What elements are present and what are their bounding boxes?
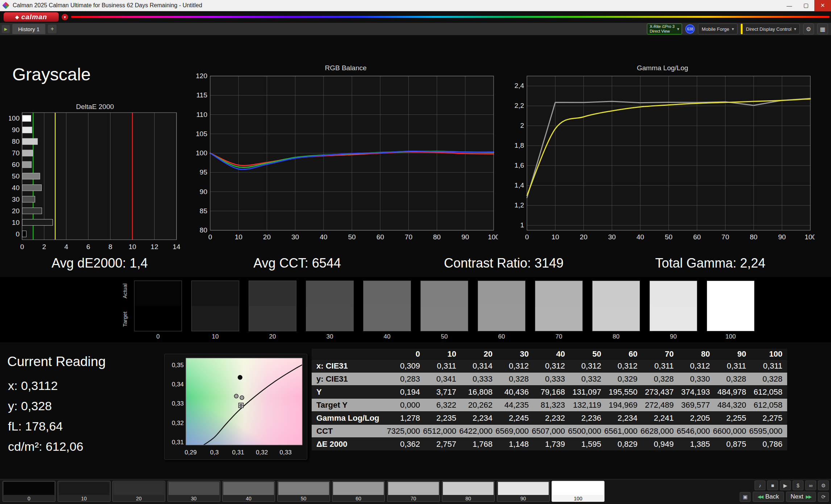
next-button[interactable]: Next ▶▶ bbox=[786, 492, 816, 502]
svg-text:110: 110 bbox=[196, 111, 207, 118]
stop-button[interactable]: ■ bbox=[767, 480, 778, 490]
display-control-label: Direct Display Control bbox=[746, 26, 791, 32]
add-tab-button[interactable]: + bbox=[48, 25, 57, 33]
pattern-step-button-50[interactable]: 50 bbox=[277, 481, 330, 502]
pattern-step-label: 40 bbox=[223, 496, 274, 501]
current-reading-cdm2: cd/m²: 612,06 bbox=[8, 440, 83, 454]
history-prev-button[interactable]: ▶ bbox=[2, 25, 10, 33]
table-cell: 0,311 bbox=[715, 360, 751, 372]
table-cell: 6500,000 bbox=[570, 425, 606, 437]
svg-text:20: 20 bbox=[12, 207, 20, 215]
pattern-step-button-70[interactable]: 70 bbox=[387, 481, 440, 502]
table-cell: 272,489 bbox=[642, 399, 678, 411]
grayscale-swatch: 50 bbox=[420, 281, 468, 340]
table-cell: 2,757 bbox=[425, 438, 461, 450]
deltae-bar-60 bbox=[22, 161, 32, 168]
table-row-label: CCT bbox=[312, 425, 389, 437]
pattern-step-button-0[interactable]: 0 bbox=[3, 481, 55, 502]
svg-text:0: 0 bbox=[525, 233, 529, 241]
table-row-label: Gamma Log/Log bbox=[312, 412, 389, 424]
close-button[interactable]: ✕ bbox=[814, 0, 831, 11]
table-row: y: CIE310,2830,3410,3330,3280,3330,3320,… bbox=[312, 373, 787, 386]
coin-button[interactable]: $ bbox=[793, 480, 803, 490]
table-header-cell: 0 bbox=[389, 349, 425, 359]
deltae-bar-90 bbox=[22, 127, 32, 133]
volume-button[interactable]: ♪ bbox=[755, 480, 765, 490]
minimize-button[interactable]: — bbox=[781, 0, 798, 11]
main-menu-button[interactable]: ▾ bbox=[62, 14, 68, 20]
pattern-step-label: 60 bbox=[333, 496, 384, 501]
tab-bar: ▶ History 1 + X-Rite i1Pro 3 Direct View… bbox=[0, 23, 831, 35]
svg-text:2,2: 2,2 bbox=[515, 102, 524, 109]
pattern-step-swatch bbox=[4, 482, 54, 495]
maximize-button[interactable]: ▢ bbox=[798, 0, 814, 11]
svg-text:0,32: 0,32 bbox=[256, 449, 268, 456]
swatch-label: 100 bbox=[707, 333, 755, 340]
display-control-select[interactable]: Direct Display Control ▾ bbox=[741, 24, 800, 34]
pattern-step-label: 50 bbox=[278, 496, 329, 501]
pattern-source-select[interactable]: Mobile Forge ▾ bbox=[698, 24, 737, 34]
reading-marker bbox=[240, 396, 244, 400]
back-button[interactable]: ◀◀ Back bbox=[753, 492, 784, 502]
refresh-button[interactable]: ⟳ bbox=[818, 492, 829, 502]
svg-text:60: 60 bbox=[693, 233, 701, 241]
play-button[interactable]: ▶ bbox=[780, 480, 791, 490]
svg-text:100: 100 bbox=[196, 149, 207, 157]
svg-text:100: 100 bbox=[805, 233, 815, 241]
table-cell: 20,262 bbox=[461, 399, 497, 411]
calman-logo[interactable]: ◆ calman bbox=[4, 12, 59, 22]
pattern-step-label: 30 bbox=[169, 496, 219, 501]
svg-text:70: 70 bbox=[722, 233, 729, 241]
pattern-window-button[interactable]: ▣ bbox=[740, 492, 751, 502]
table-cell: 0,000 bbox=[389, 399, 425, 411]
pattern-step-button-100[interactable]: 100 bbox=[552, 481, 604, 502]
svg-text:10: 10 bbox=[235, 233, 242, 241]
tab-history-1[interactable]: History 1 bbox=[12, 24, 45, 34]
deltae-chart-title: DeltaE 2000 bbox=[9, 102, 181, 111]
meter-select[interactable]: X-Rite i1Pro 3 Direct View ▾ bbox=[647, 24, 682, 34]
rgb-balance-chart: 8085909510010511011512001020304050607080… bbox=[194, 72, 498, 243]
workspace-layout-button[interactable]: ▦ bbox=[817, 24, 828, 34]
pattern-step-button-30[interactable]: 30 bbox=[167, 481, 220, 502]
toolbar-right-controls: ♪ ■ ▶ $ ∞ ⚙ ▣ ◀◀ Back Next ▶▶ ⟳ bbox=[709, 480, 829, 503]
table-cell: 612,058 bbox=[751, 399, 787, 411]
pattern-step-button-20[interactable]: 20 bbox=[112, 481, 165, 502]
deltae-bar-30 bbox=[22, 196, 35, 202]
deltae-chart: 024681012141009080706050403020100 bbox=[9, 111, 181, 253]
table-cell: 79,168 bbox=[533, 386, 570, 398]
table-cell: 6569,000 bbox=[497, 425, 533, 437]
table-cell: 2,255 bbox=[715, 412, 751, 424]
close-icon: ✕ bbox=[820, 2, 825, 9]
table-cell: 44,235 bbox=[497, 399, 533, 411]
table-cell: 0,312 bbox=[570, 360, 606, 372]
svg-text:0: 0 bbox=[16, 230, 20, 238]
table-cell: 2,235 bbox=[425, 412, 461, 424]
swatch-label: 0 bbox=[134, 333, 182, 340]
pattern-step-button-60[interactable]: 60 bbox=[332, 481, 385, 502]
deltae-bar-50 bbox=[22, 173, 40, 179]
table-cell: 6561,000 bbox=[606, 425, 642, 437]
pattern-step-button-80[interactable]: 80 bbox=[442, 481, 495, 502]
toolbar-settings-button[interactable]: ⚙ bbox=[818, 480, 829, 490]
window-titlebar: Calman 2025 Calman Ultimate for Business… bbox=[0, 0, 831, 11]
table-row-label: x: CIE31 bbox=[312, 360, 389, 372]
meter-count-badge: 638 bbox=[685, 24, 695, 34]
deltae-bar-70 bbox=[22, 150, 33, 156]
svg-text:120: 120 bbox=[196, 72, 207, 80]
pattern-step-button-90[interactable]: 90 bbox=[497, 481, 550, 502]
table-cell: 0,829 bbox=[606, 438, 642, 450]
target-swatch bbox=[134, 306, 182, 331]
pattern-step-button-40[interactable]: 40 bbox=[222, 481, 275, 502]
svg-text:0,31: 0,31 bbox=[232, 449, 244, 456]
table-row: ΔE 20000,3622,7571,7681,1481,7391,5950,8… bbox=[312, 438, 787, 451]
pattern-source-label: Mobile Forge bbox=[702, 26, 729, 32]
swatch-box bbox=[420, 281, 468, 331]
target-swatch bbox=[306, 306, 353, 331]
table-cell: 2,232 bbox=[533, 412, 570, 424]
svg-text:20: 20 bbox=[263, 233, 271, 241]
continuous-measure-button[interactable]: ∞ bbox=[805, 480, 816, 490]
svg-text:0,31: 0,31 bbox=[172, 439, 184, 446]
pattern-step-button-10[interactable]: 10 bbox=[58, 481, 111, 502]
grayscale-swatch: 0 bbox=[134, 281, 182, 340]
settings-button[interactable]: ⚙ bbox=[803, 24, 814, 34]
